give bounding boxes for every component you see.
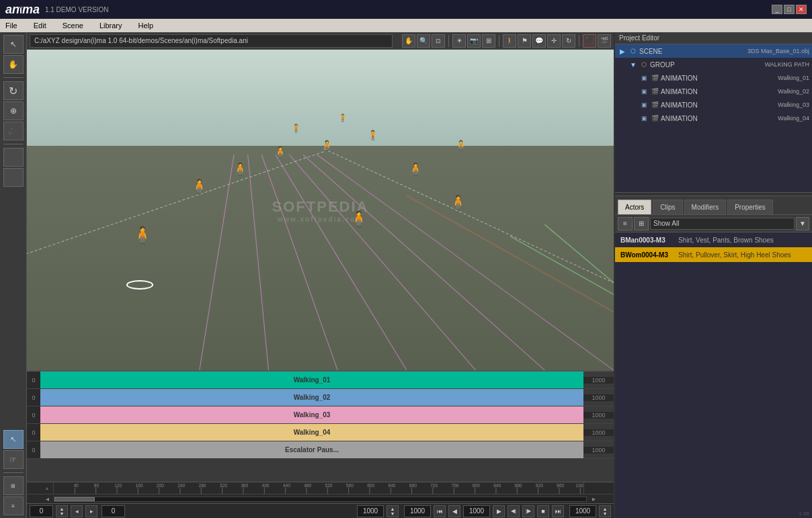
tree-expand-scene[interactable]: ▶: [618, 46, 627, 56]
frame-start-input[interactable]: [30, 505, 53, 517]
tab-modifiers[interactable]: Modifiers: [684, 200, 727, 214]
vtool-render[interactable]: ⬛: [583, 34, 596, 48]
tree-row-group[interactable]: ▼ ⬡ GROUP WALKING PATH: [615, 58, 812, 71]
tab-actors[interactable]: Actors: [618, 200, 651, 214]
tree-row-scene[interactable]: ▶ ⬡ SCENE 3DS Max_Base_01.obj: [615, 44, 812, 58]
timeline-ruler: ▴ 40 80 120 160 200: [27, 482, 614, 494]
close-button[interactable]: ✕: [796, 5, 807, 14]
next-keyframe-btn[interactable]: ▸: [85, 505, 97, 517]
track-2-bar[interactable]: Walking_02: [40, 389, 583, 406]
tool-zoom[interactable]: ⊕: [3, 101, 24, 120]
svg-text:360: 360: [241, 483, 248, 488]
track-row-2[interactable]: 0 Walking_02 1000: [27, 389, 614, 406]
vtool-flag[interactable]: ⚑: [518, 34, 531, 48]
maximize-button[interactable]: □: [784, 5, 795, 14]
goto-end-btn[interactable]: ⏭: [552, 505, 564, 517]
group-value: WALKING PATH: [765, 61, 809, 68]
frame-goto-input[interactable]: [404, 505, 431, 517]
play-back-btn[interactable]: ◀: [448, 505, 460, 517]
vtool-camera2[interactable]: 📷: [467, 34, 481, 48]
tool-waypoint[interactable]: [3, 168, 24, 187]
track-row-5[interactable]: 0 Escalator Paus... 1000: [27, 441, 614, 459]
track-1-bar[interactable]: Walking_01: [40, 372, 583, 388]
actor-filter-input[interactable]: [650, 218, 795, 230]
anim-1-label: ANIMATION: [661, 75, 776, 82]
viewport-3d[interactable]: SOFTPEDIA www.softpedia.com: [27, 50, 614, 370]
tool-pan[interactable]: ✋: [3, 55, 24, 74]
scrollbar-thumb[interactable]: [54, 497, 95, 501]
vtool-sep3: [579, 35, 579, 47]
step-back-btn[interactable]: ◀|: [508, 505, 520, 517]
vtool-sun[interactable]: ☀: [452, 34, 466, 48]
window-controls[interactable]: _ □ ✕: [772, 5, 807, 14]
actor-list-item-2[interactable]: BWom0004-M3 Shirt, Pullover, Skirt, High…: [615, 247, 812, 262]
minimize-button[interactable]: _: [772, 5, 782, 14]
tool-hand[interactable]: ☞: [3, 450, 24, 469]
tree-row-anim-4[interactable]: ▣ 🎬 ANIMATION Walking_04: [615, 112, 812, 125]
play-forward-btn[interactable]: ▶: [493, 505, 505, 517]
menu-scene[interactable]: Scene: [60, 21, 86, 30]
track-1-end: 1000: [583, 377, 614, 384]
frame-spin-up[interactable]: ▲▼: [56, 505, 68, 517]
tool-arrow[interactable]: ↖: [3, 430, 24, 449]
frame-end-spin[interactable]: ▲▼: [387, 505, 399, 517]
scene-label: SCENE: [639, 48, 746, 55]
track-4-bar[interactable]: Walking_04: [40, 424, 583, 441]
track-2-start: 0: [27, 389, 40, 406]
scroll-right-btn[interactable]: ▸: [587, 495, 600, 503]
actor-grid-view-btn[interactable]: ⊞: [634, 217, 649, 230]
end-frame-spin[interactable]: ▲▼: [599, 505, 611, 517]
tool-orbit[interactable]: ↻: [3, 81, 24, 100]
vtool-zoom[interactable]: 🔍: [417, 34, 430, 48]
menu-library[interactable]: Library: [97, 21, 125, 30]
track-row-3[interactable]: 0 Walking_03 1000: [27, 406, 614, 424]
vtool-render2[interactable]: 🎬: [598, 34, 611, 48]
step-forward-btn[interactable]: |▶: [522, 505, 534, 517]
track-row-1[interactable]: 0 Walking_01 1000: [27, 372, 614, 389]
menu-file[interactable]: File: [3, 21, 20, 30]
svg-text:760: 760: [451, 483, 458, 488]
tree-row-anim-2[interactable]: ▣ 🎬 ANIMATION Walking_02: [615, 85, 812, 98]
tree-expand-group[interactable]: ▼: [628, 60, 638, 69]
tool-select[interactable]: ↖: [3, 35, 24, 54]
tool-path[interactable]: [3, 148, 24, 167]
scrollbar-track[interactable]: [54, 497, 587, 502]
track-5-bar[interactable]: Escalator Paus...: [40, 441, 583, 458]
tree-row-anim-3[interactable]: ▣ 🎬 ANIMATION Walking_03: [615, 98, 812, 112]
vtool-move[interactable]: ✛: [547, 34, 561, 48]
vtool-fit[interactable]: ⊡: [432, 34, 445, 48]
svg-text:800: 800: [473, 483, 480, 488]
vtool-speech[interactable]: 💬: [532, 34, 546, 48]
svg-text:80: 80: [94, 483, 99, 488]
actor-list-item-1[interactable]: BMan0003-M3 Shirt, Vest, Pants, Brown Sh…: [615, 232, 812, 247]
tab-properties[interactable]: Properties: [727, 200, 773, 214]
track-row-4[interactable]: 0 Walking_04 1000: [27, 424, 614, 441]
track-3-bar[interactable]: Walking_03: [40, 406, 583, 423]
goto-start-btn[interactable]: ⏮: [434, 505, 446, 517]
menu-help[interactable]: Help: [136, 21, 157, 30]
vtool-hand[interactable]: ✋: [402, 34, 415, 48]
vtool-person[interactable]: 🚶: [503, 34, 516, 48]
vtool-rotate[interactable]: ↻: [562, 34, 575, 48]
tool-timeline1[interactable]: ⊞: [3, 476, 24, 495]
actor-filter-dropdown[interactable]: ▼: [796, 217, 809, 230]
svg-text:280: 280: [199, 483, 206, 488]
group-label: GROUP: [650, 61, 764, 69]
tool-timeline2[interactable]: ≡: [3, 497, 24, 515]
version-label: 1.68: [799, 511, 809, 517]
tab-clips[interactable]: Clips: [653, 200, 682, 214]
ground: [27, 146, 614, 370]
svg-rect-12: [54, 482, 583, 494]
stop-btn[interactable]: ■: [537, 505, 549, 517]
tree-row-anim-1[interactable]: ▣ 🎬 ANIMATION Walking_01: [615, 71, 812, 85]
frame-end-input[interactable]: [357, 505, 384, 517]
vtool-grid[interactable]: ⊞: [482, 34, 495, 48]
playback-pos-input[interactable]: [463, 505, 490, 517]
tool-camera[interactable]: 🎥: [3, 122, 24, 140]
scroll-left-btn[interactable]: ◂: [40, 495, 54, 503]
menu-edit[interactable]: Edit: [31, 21, 49, 30]
actor-list-view-btn[interactable]: ≡: [618, 217, 633, 230]
end-frame-input[interactable]: [569, 505, 596, 517]
prev-keyframe-btn[interactable]: ◂: [71, 505, 83, 517]
frame-current-input[interactable]: [102, 505, 125, 517]
